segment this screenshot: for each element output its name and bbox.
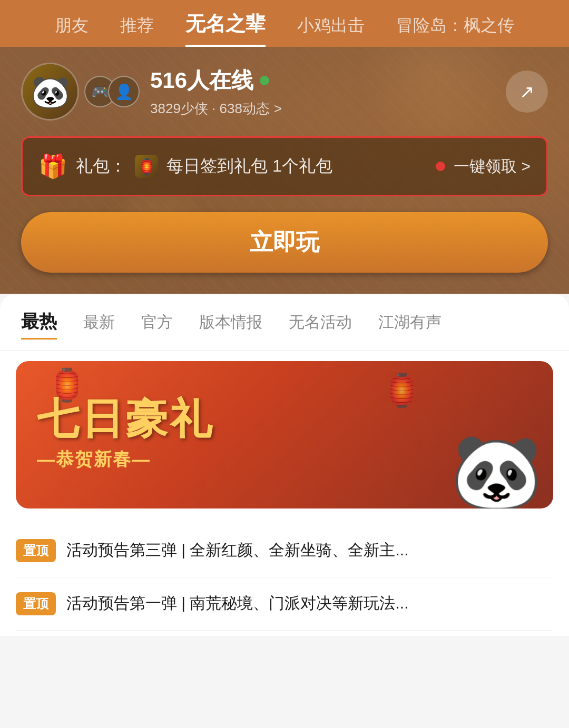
content-section: 最热 最新 官方 版本情报 无名活动 江湖有声 🏮 🏮 七日豪礼 —恭贺新春— … [0,294,569,636]
gift-label: 礼包： [76,155,126,178]
gift-section[interactable]: 🎁 礼包： 🏮 每日签到礼包 1个礼包 一键领取 > [21,136,548,196]
gift-box-icon: 🎁 [38,153,67,180]
tab-voice[interactable]: 江湖有声 [378,312,442,337]
list-item[interactable]: 置顶 活动预告第一弹 | 南荒秘境、门派对决等新玩法... [16,577,553,631]
gift-claim-button[interactable]: 一键领取 > [454,156,531,177]
mini-avatar-2: 👤 [108,76,140,107]
gift-game-icon: 🏮 [135,155,158,178]
panda-avatar-image: 🐼 [23,64,77,119]
banner-section: 🏮 🏮 七日豪礼 —恭贺新春— 🐼 [0,351,569,519]
nav-item-wumingzhibei[interactable]: 无名之辈 [185,11,266,47]
list-item[interactable]: 置顶 活动预告第三弹 | 全新红颜、全新坐骑、全新主... [16,524,553,577]
post-list: 置顶 活动预告第三弹 | 全新红颜、全新坐骑、全新主... 置顶 活动预告第一弹… [0,519,569,636]
online-indicator-dot [260,76,269,85]
tab-hottest[interactable]: 最热 [21,310,57,340]
nav-item-recommend[interactable]: 推荐 [120,14,154,47]
gift-notification-dot [436,162,445,171]
sub-info[interactable]: 3829少侠 · 638动态 > [150,99,495,118]
online-count: 516人在线 [150,66,253,95]
post-title-2: 活动预告第一弹 | 南荒秘境、门派对决等新玩法... [66,592,553,614]
tab-version[interactable]: 版本情报 [199,312,262,337]
nav-item-friends[interactable]: 朋友 [55,14,89,47]
post-pin-tag-1: 置顶 [16,539,56,562]
avatar[interactable]: 🐼 [21,63,79,121]
banner-title: 七日豪礼 [37,398,532,440]
post-title-1: 活动预告第三弹 | 全新红颜、全新坐骑、全新主... [66,539,553,561]
sub-info-arrow-icon: > [274,101,282,117]
share-icon: ↗ [519,81,534,102]
profile-row: 🐼 🎮 👤 516人在线 3829少侠 · 638动态 > ↗ [21,63,548,121]
gift-description: 每日签到礼包 1个礼包 [166,155,427,178]
share-button[interactable]: ↗ [506,71,548,113]
tab-latest[interactable]: 最新 [83,312,115,337]
profile-info: 516人在线 3829少侠 · 638动态 > [150,66,495,118]
follower-count-label: 3829少侠 · 638动态 [150,99,270,118]
game-icon-symbol: 🏮 [138,158,156,175]
post-pin-tag-2: 置顶 [16,592,56,615]
banner-subtitle: —恭贺新春— [37,447,532,472]
nav-item-adventure[interactable]: 冒险岛：枫之传 [396,14,514,47]
online-row: 516人在线 [150,66,495,95]
content-tabs: 最热 最新 官方 版本情报 无名活动 江湖有声 [0,294,569,351]
play-now-button[interactable]: 立即玩 [21,212,548,273]
banner-card[interactable]: 🏮 🏮 七日豪礼 —恭贺新春— 🐼 [16,361,553,508]
tab-official[interactable]: 官方 [141,312,173,337]
hero-section: 🐼 🎮 👤 516人在线 3829少侠 · 638动态 > ↗ 🎁 礼包： [0,47,569,294]
nav-item-chick[interactable]: 小鸡出击 [297,14,365,47]
tab-activity[interactable]: 无名活动 [289,312,352,337]
top-navigation: 朋友 推荐 无名之辈 小鸡出击 冒险岛：枫之传 [0,0,569,47]
banner-content: 七日豪礼 —恭贺新春— [37,398,532,472]
mini-avatars: 🎮 👤 [84,76,140,107]
